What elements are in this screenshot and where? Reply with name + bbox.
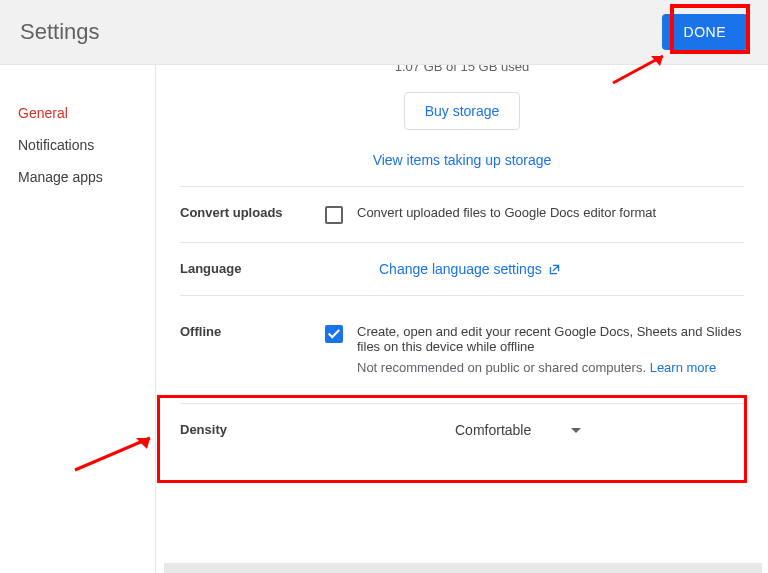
- main-panel: 1.07 GB of 15 GB used Buy storage View i…: [156, 65, 768, 573]
- offline-text: Create, open and edit your recent Google…: [357, 324, 744, 354]
- external-link-icon: [548, 263, 561, 276]
- sidebar: General Notifications Manage apps: [0, 65, 156, 573]
- learn-more-link[interactable]: Learn more: [650, 360, 716, 375]
- change-language-text: Change language settings: [379, 261, 542, 277]
- offline-checkbox[interactable]: [325, 325, 343, 343]
- offline-subtext: Not recommended on public or shared comp…: [357, 360, 744, 375]
- language-label: Language: [180, 261, 325, 277]
- density-section: Density Comfortable: [180, 403, 744, 456]
- settings-header: Settings DONE: [0, 0, 768, 65]
- convert-uploads-text: Convert uploaded files to Google Docs ed…: [357, 205, 656, 224]
- convert-uploads-label: Convert uploads: [180, 205, 325, 224]
- convert-uploads-checkbox[interactable]: [325, 206, 343, 224]
- sidebar-item-manage-apps[interactable]: Manage apps: [18, 169, 155, 185]
- convert-uploads-section: Convert uploads Convert uploaded files t…: [180, 187, 744, 242]
- chevron-down-icon: [571, 428, 581, 433]
- language-section: Language Change language settings: [180, 242, 744, 295]
- density-label: Density: [180, 422, 325, 438]
- change-language-link[interactable]: Change language settings: [379, 261, 561, 277]
- density-value: Comfortable: [455, 422, 531, 438]
- storage-used-text: 1.07 GB of 15 GB used: [180, 65, 744, 74]
- buy-storage-button[interactable]: Buy storage: [404, 92, 521, 130]
- storage-section: 1.07 GB of 15 GB used Buy storage View i…: [180, 65, 744, 187]
- offline-label: Offline: [180, 324, 325, 375]
- offline-warning-text: Not recommended on public or shared comp…: [357, 360, 650, 375]
- view-items-link[interactable]: View items taking up storage: [180, 152, 744, 168]
- offline-section: Offline Create, open and edit your recen…: [180, 295, 744, 403]
- sidebar-item-general[interactable]: General: [18, 105, 155, 121]
- page-title: Settings: [20, 19, 100, 45]
- density-select[interactable]: Comfortable: [455, 422, 581, 438]
- settings-body: General Notifications Manage apps 1.07 G…: [0, 65, 768, 573]
- sidebar-item-notifications[interactable]: Notifications: [18, 137, 155, 153]
- horizontal-scrollbar[interactable]: [164, 563, 762, 573]
- done-button[interactable]: DONE: [662, 14, 748, 50]
